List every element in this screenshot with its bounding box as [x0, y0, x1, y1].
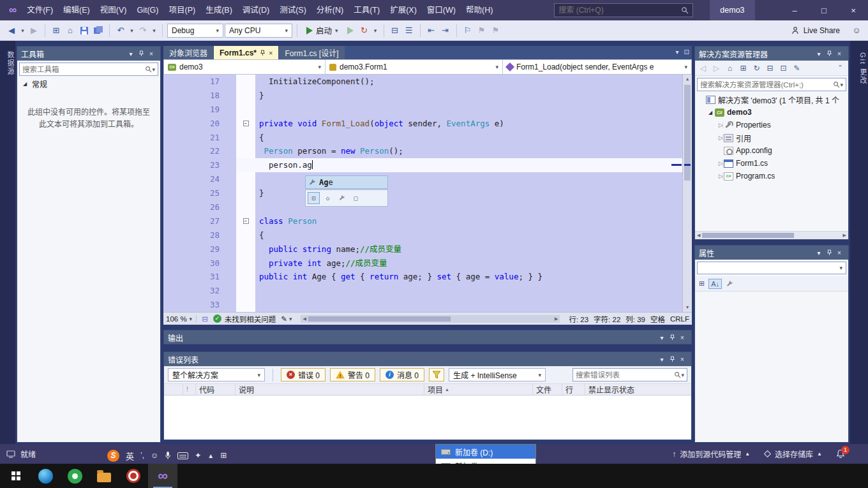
close-button[interactable]: × — [839, 0, 868, 20]
pin-icon[interactable] — [260, 50, 266, 56]
properties-body[interactable] — [695, 292, 848, 442]
maximize-button[interactable]: □ — [809, 0, 839, 20]
indent-increase-icon[interactable]: ⇥ — [439, 23, 452, 38]
redo-icon[interactable]: ↷ — [137, 23, 149, 38]
horizontal-scrollbar[interactable]: ◀ ▶ — [695, 231, 848, 239]
menu-analyze[interactable]: 分析(N) — [311, 0, 348, 20]
quick-search-input[interactable] — [558, 6, 681, 15]
scroll-up-icon[interactable]: ▲ — [683, 75, 692, 84]
hot-reload-dropdown-icon[interactable]: ▾ — [372, 23, 379, 38]
tab-object-browser[interactable]: 对象浏览器 — [163, 46, 213, 59]
tree-expanded-icon[interactable]: ◢ — [707, 110, 714, 115]
code-editor[interactable]: 17 InitializeComponent();18}1920−private… — [163, 75, 692, 312]
sogou-logo-icon[interactable]: S — [107, 450, 119, 462]
document-health-icon[interactable]: ⊟ — [202, 314, 208, 323]
home-icon[interactable]: ⌂ — [725, 64, 735, 73]
save-icon[interactable] — [78, 23, 91, 38]
solution-explorer-search[interactable]: ▾ — [697, 78, 846, 91]
tree-collapsed-icon[interactable]: ▷ — [715, 135, 723, 141]
completion-filter-classes-icon[interactable]: ◇ — [322, 192, 334, 204]
object-selector-dropdown[interactable]: ▾ — [697, 262, 846, 274]
column-description[interactable]: 说明 — [236, 384, 424, 395]
messages-filter-button[interactable]: i 消息 0 — [380, 368, 424, 381]
filter-button[interactable] — [429, 368, 444, 381]
taskbar-explorer-button[interactable] — [89, 464, 119, 488]
completion-filter-properties-icon[interactable] — [336, 192, 348, 204]
minimize-button[interactable]: – — [780, 0, 809, 20]
menu-view[interactable]: 视图(V) — [95, 0, 132, 20]
hot-reload-icon[interactable]: ↻ — [358, 23, 371, 38]
code-line[interactable]: 25} — [163, 186, 682, 200]
start-debug-button[interactable]: 启动 ▾ — [302, 23, 343, 38]
toolbox-grid-icon[interactable]: ⊞ — [220, 451, 227, 460]
new-project-icon[interactable]: ⊞ — [50, 23, 63, 38]
window-position-icon[interactable]: ▾ — [657, 332, 667, 343]
pin-icon[interactable] — [667, 332, 677, 343]
toolbox-search-input[interactable] — [22, 66, 145, 73]
fold-margin[interactable]: − — [236, 117, 255, 131]
column-suppression-state[interactable]: 禁止显示状态 — [585, 384, 691, 395]
tree-item[interactable]: ▷C#Program.cs — [695, 170, 848, 182]
save-all-icon[interactable] — [92, 23, 105, 38]
tree-item[interactable]: App.config — [695, 144, 848, 157]
code-line[interactable]: 18} — [163, 89, 682, 103]
navigate-back-icon[interactable]: ◀ — [5, 23, 18, 38]
code-line[interactable]: 20−private void Form1_Load(object sender… — [163, 117, 682, 131]
chevron-down-icon[interactable]: ▾ — [676, 48, 679, 55]
code-line[interactable]: 23 person.ag — [163, 158, 682, 172]
column-code[interactable]: 代码 — [196, 384, 236, 395]
notifications-button[interactable]: 1 — [836, 449, 845, 459]
code-line[interactable]: 26 — [163, 200, 682, 214]
new-window-icon[interactable]: ⊟ — [389, 23, 401, 38]
scroll-left-icon[interactable]: ◀ — [301, 316, 308, 322]
back-icon[interactable]: ◁ — [698, 64, 708, 73]
code-line[interactable]: 27−class Person — [163, 214, 682, 228]
completion-filter-all-icon[interactable]: ⊡ — [308, 192, 320, 204]
menu-build[interactable]: 生成(B) — [200, 0, 237, 20]
toolbox-search[interactable]: ▾ — [19, 63, 158, 76]
tree-collapsed-icon[interactable]: ▷ — [715, 122, 723, 128]
previous-bookmark-icon[interactable]: ⚑ — [475, 23, 488, 38]
refresh-icon[interactable]: ↻ — [752, 64, 761, 73]
forward-icon[interactable]: ▷ — [712, 64, 721, 73]
properties-header[interactable]: 属性 ▾ × — [695, 246, 848, 260]
menu-edit[interactable]: 编辑(E) — [58, 0, 95, 20]
collapse-toggle-icon[interactable]: − — [243, 121, 249, 126]
horizontal-scrollbar[interactable]: ◀ ▶ — [301, 315, 560, 323]
output-header[interactable]: 输出 ▾ × — [164, 330, 691, 344]
error-list-search[interactable]: ▾ — [572, 368, 687, 381]
code-health-indicator[interactable]: ✓ 未找到相关问题 — [213, 314, 276, 324]
menu-help[interactable]: 帮助(H) — [461, 0, 498, 20]
tab-data-sources[interactable]: 数据源 — [0, 46, 15, 81]
error-list-search-input[interactable] — [576, 371, 674, 379]
error-list-header[interactable]: 错误列表 ▾ × — [164, 352, 691, 366]
taskbar-recorder-button[interactable] — [119, 464, 148, 488]
collapse-all-icon[interactable]: ⊟ — [765, 64, 775, 73]
indent-decrease-icon[interactable]: ⇤ — [425, 23, 438, 38]
code-line[interactable]: 28{ — [163, 228, 682, 242]
menu-test[interactable]: 测试(S) — [274, 0, 311, 20]
pin-icon[interactable] — [136, 48, 146, 59]
scrollbar-thumb[interactable] — [702, 233, 794, 238]
member-dropdown[interactable]: Form1_Load(object sender, EventArgs e ▾ — [503, 60, 691, 74]
close-icon[interactable]: × — [146, 48, 156, 59]
feedback-icon[interactable] — [6, 450, 15, 458]
collapse-toggle-icon[interactable]: − — [243, 218, 249, 224]
solution-explorer-header[interactable]: 解决方案资源管理器 ▾ × — [695, 47, 848, 61]
column-line[interactable]: 行 — [562, 384, 585, 395]
menu-git[interactable]: Git(G) — [131, 0, 163, 20]
code-line[interactable]: 24 — [163, 172, 682, 186]
scroll-down-icon[interactable]: ▼ — [683, 303, 692, 312]
code-line[interactable]: 30 private int age;//成员变量 — [163, 256, 682, 270]
close-icon[interactable]: × — [677, 332, 687, 343]
solution-config-dropdown[interactable]: Debug ▾ — [167, 24, 223, 38]
select-repository-button[interactable]: 选择存储库 ▲ — [764, 448, 822, 459]
navigate-list-icon[interactable]: ☰ — [403, 23, 415, 38]
warnings-filter-button[interactable]: ! 警告 0 — [330, 368, 375, 381]
pin-icon[interactable] — [824, 248, 834, 258]
close-icon[interactable]: × — [834, 248, 844, 258]
scrollbar-thumb[interactable] — [684, 85, 691, 181]
menu-extensions[interactable]: 扩展(X) — [385, 0, 422, 20]
toolbox-section-general[interactable]: ◢ 常规 — [17, 78, 160, 90]
open-file-icon[interactable]: ⌂ — [64, 23, 77, 38]
